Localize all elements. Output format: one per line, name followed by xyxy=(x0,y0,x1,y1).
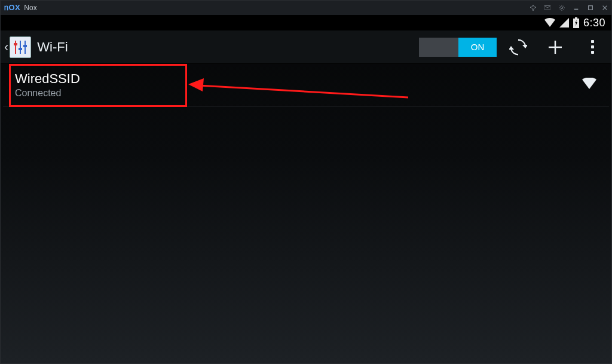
android-screen: 6:30 ‹ Wi-Fi ON xyxy=(1,15,611,363)
pin-icon[interactable] xyxy=(530,5,536,11)
emulator-window: ᥒOX Nox xyxy=(0,0,612,364)
battery-charging-icon xyxy=(573,17,580,28)
settings-icon[interactable] xyxy=(559,5,565,11)
statusbar-clock: 6:30 xyxy=(583,17,605,29)
wifi-status-icon xyxy=(544,18,556,27)
titlebar-controls xyxy=(530,5,608,11)
overflow-dots-icon xyxy=(591,40,594,54)
close-icon[interactable] xyxy=(602,5,608,11)
back-button[interactable]: ‹ xyxy=(4,36,31,58)
wifi-item-text: WiredSSID Connected xyxy=(15,71,80,99)
wifi-status: Connected xyxy=(15,88,80,99)
overflow-menu-button[interactable] xyxy=(577,30,608,64)
app-name: Nox xyxy=(24,4,36,12)
wifi-strength-icon xyxy=(582,78,597,92)
maximize-icon[interactable] xyxy=(587,5,593,11)
minimize-icon[interactable] xyxy=(573,5,579,11)
nox-logo: ᥒOX xyxy=(4,3,20,13)
titlebar: ᥒOX Nox xyxy=(1,1,611,15)
mail-icon[interactable] xyxy=(544,5,550,11)
wifi-list: WiredSSID Connected xyxy=(1,64,611,363)
svg-point-1 xyxy=(561,7,562,8)
svg-rect-12 xyxy=(19,48,22,50)
svg-rect-7 xyxy=(575,17,577,19)
chevron-left-icon: ‹ xyxy=(4,39,8,55)
cell-signal-icon xyxy=(559,18,569,27)
app-eq-icon xyxy=(10,36,31,58)
add-network-button[interactable] xyxy=(540,30,571,64)
svg-rect-3 xyxy=(589,6,593,10)
wifi-toggle-on-label: ON xyxy=(458,38,497,57)
svg-rect-13 xyxy=(23,45,27,47)
wifi-ssid: WiredSSID xyxy=(15,71,80,87)
refresh-button[interactable] xyxy=(503,30,534,64)
actionbar-title: Wi-Fi xyxy=(37,39,68,55)
actionbar: ‹ Wi-Fi ON xyxy=(1,30,611,64)
svg-rect-11 xyxy=(14,43,17,45)
wifi-network-item[interactable]: WiredSSID Connected xyxy=(3,64,609,106)
titlebar-left: ᥒOX Nox xyxy=(4,3,37,13)
wifi-toggle[interactable]: ON xyxy=(419,38,497,57)
android-statusbar: 6:30 xyxy=(1,15,611,30)
